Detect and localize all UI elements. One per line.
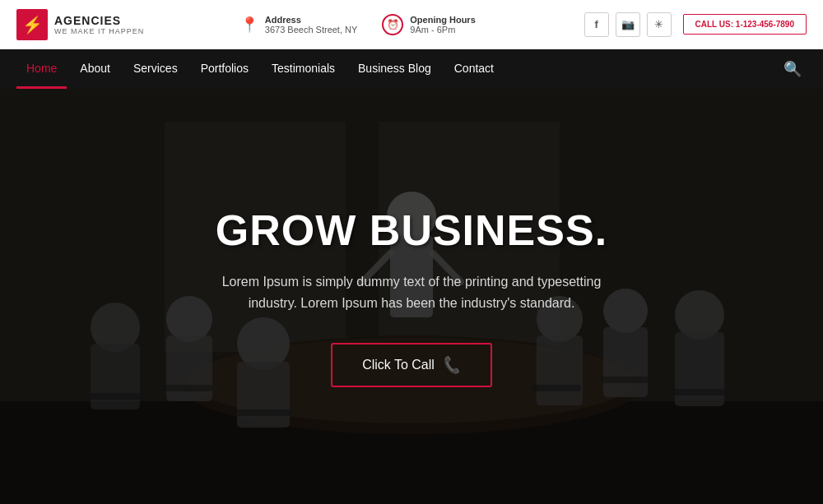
nav-item-contact[interactable]: Contact bbox=[444, 50, 504, 89]
nav-item-testimonials[interactable]: Testimonials bbox=[262, 50, 345, 89]
call-button[interactable]: CALL US: 1-123-456-7890 bbox=[683, 14, 807, 35]
address-value: 3673 Beech Street, NY bbox=[265, 25, 358, 35]
location-icon: 📍 bbox=[240, 16, 258, 34]
cta-label: Click To Call bbox=[362, 358, 435, 372]
logo-title: AGENCIES bbox=[54, 14, 144, 27]
nav-item-services[interactable]: Services bbox=[123, 50, 188, 89]
hours-label: Opening Hours bbox=[410, 15, 475, 25]
search-icon[interactable]: 🔍 bbox=[779, 55, 807, 83]
hero-section: GROW BUSINESS. Lorem Ipsum is simply dum… bbox=[0, 89, 823, 504]
top-right: f 📷 ✳ CALL US: 1-123-456-7890 bbox=[584, 12, 807, 37]
nav-item-home[interactable]: Home bbox=[16, 50, 67, 89]
yelp-symbol: ✳ bbox=[654, 18, 663, 30]
nav-bar: Home About Services Portfolios Testimoni… bbox=[0, 49, 823, 89]
hours-info: ⏰ Opening Hours 9Am - 6Pm bbox=[382, 14, 475, 35]
nav-item-blog[interactable]: Business Blog bbox=[348, 50, 441, 89]
hours-text: Opening Hours 9Am - 6Pm bbox=[410, 15, 475, 35]
clock-icon: ⏰ bbox=[382, 14, 403, 35]
bolt-icon: ⚡ bbox=[22, 15, 43, 35]
yelp-icon[interactable]: ✳ bbox=[647, 12, 672, 37]
top-bar: ⚡ AGENCIES WE MAKE IT HAPPEN 📍 Address 3… bbox=[0, 0, 823, 49]
hours-value: 9Am - 6Pm bbox=[410, 25, 475, 35]
instagram-symbol: 📷 bbox=[621, 18, 635, 30]
nav-item-about[interactable]: About bbox=[70, 50, 120, 89]
instagram-icon[interactable]: 📷 bbox=[616, 12, 640, 37]
nav-item-portfolios[interactable]: Portfolios bbox=[191, 50, 258, 89]
phone-icon: 📞 bbox=[441, 354, 462, 375]
social-icons: f 📷 ✳ bbox=[584, 12, 672, 37]
facebook-letter: f bbox=[594, 18, 597, 30]
address-text: Address 3673 Beech Street, NY bbox=[265, 15, 358, 35]
nav-links: Home About Services Portfolios Testimoni… bbox=[16, 50, 779, 89]
address-label: Address bbox=[265, 15, 358, 25]
logo: ⚡ AGENCIES WE MAKE IT HAPPEN bbox=[16, 9, 148, 40]
hero-content: GROW BUSINESS. Lorem Ipsum is simply dum… bbox=[181, 189, 642, 404]
hero-description: Lorem Ipsum is simply dummy text of the … bbox=[198, 271, 625, 313]
top-info: 📍 Address 3673 Beech Street, NY ⏰ Openin… bbox=[148, 14, 568, 35]
address-info: 📍 Address 3673 Beech Street, NY bbox=[240, 15, 358, 35]
logo-icon-box: ⚡ bbox=[16, 9, 48, 40]
cta-button[interactable]: Click To Call 📞 bbox=[331, 343, 492, 387]
logo-text: AGENCIES WE MAKE IT HAPPEN bbox=[54, 14, 144, 35]
facebook-icon[interactable]: f bbox=[584, 12, 609, 37]
hero-title: GROW BUSINESS. bbox=[198, 206, 625, 255]
logo-subtitle: WE MAKE IT HAPPEN bbox=[54, 27, 144, 35]
